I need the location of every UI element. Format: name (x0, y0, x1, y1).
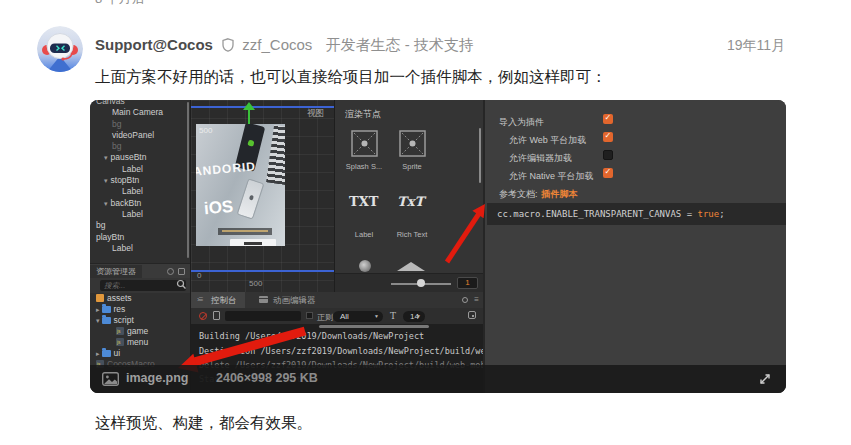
log-level-dropdown[interactable]: All (333, 311, 383, 322)
tree-node[interactable]: bg (90, 220, 190, 231)
code-snippet[interactable]: cc.macro.ENABLE_TRANSPARENT_CANVAS = tru… (487, 203, 786, 225)
refresh-icon[interactable] (462, 297, 468, 303)
refresh-icon[interactable] (167, 268, 174, 275)
console-toolbar: 正则 All T 14 (191, 308, 484, 324)
terrain-card-partial[interactable] (397, 262, 425, 271)
terminal-icon (197, 296, 207, 304)
tree-node[interactable]: Label (90, 209, 190, 220)
inspector-row-label: 允许编辑器加载 (509, 152, 572, 165)
scene-photo: 500 ANDORID iOS (196, 124, 285, 246)
canvas-border-bottom (191, 270, 335, 272)
author-name[interactable]: Support@Cocos (95, 36, 213, 53)
image-icon (102, 372, 119, 388)
avatar[interactable] (37, 26, 83, 72)
zoom-value[interactable]: 1 (457, 277, 478, 289)
scrollbar[interactable] (479, 128, 482, 183)
tab-console[interactable]: 控制台 (191, 292, 245, 308)
expand-icon[interactable] (758, 372, 772, 388)
photo-iphone (237, 178, 265, 219)
image-caption-bar: image.png 2406×998 295 KB (90, 365, 786, 393)
sprite-card[interactable] (399, 130, 426, 157)
clapperboard-icon (259, 296, 268, 303)
collapse-icon[interactable] (468, 311, 476, 319)
import-as-plugin-checkbox[interactable] (603, 114, 613, 124)
font-size-icon: T (390, 311, 396, 321)
cocos-robot-avatar (37, 26, 83, 72)
inspector-row-label: 允许 Native 平台加载 (509, 170, 594, 183)
assets-search-row: 搜索... (90, 278, 190, 293)
console-tabbar: 控制台 动画编辑器 (191, 292, 484, 308)
plugin-doc-link[interactable]: 插件脚本 (542, 189, 578, 199)
post-header: Support@Cocos zzf_Cocos 开发者生态 - 技术支持 (95, 36, 715, 55)
tree-node[interactable]: Main Camera (90, 107, 190, 118)
asset-item[interactable]: ▸res (90, 304, 190, 315)
allow-editor-checkbox[interactable] (603, 150, 613, 160)
photo-android-text: ANDORID (196, 159, 256, 178)
zoom-slider-knob[interactable] (417, 279, 425, 287)
allow-web-checkbox[interactable] (603, 132, 613, 142)
menu-icon[interactable] (178, 268, 185, 275)
ruler-mid-label: 500 (249, 279, 262, 288)
tree-node[interactable]: Label (90, 243, 190, 254)
scene-tab-label[interactable]: 视图 (307, 108, 324, 120)
asset-item[interactable]: menu (90, 337, 190, 348)
tree-node[interactable]: bg (90, 141, 190, 152)
font-size-dropdown[interactable]: 14 (403, 311, 425, 322)
splash-sprite-card[interactable] (351, 130, 378, 157)
card-label: Label (337, 230, 391, 239)
scrollbar[interactable] (319, 325, 429, 328)
asset-item[interactable]: game (90, 326, 190, 337)
tree-node[interactable]: Label (90, 164, 190, 175)
richtext-node-glyph[interactable]: TxT (397, 194, 424, 209)
image-filename[interactable]: image.png (126, 371, 189, 385)
post-body-line2: 这样预览、构建，都会有效果。 (95, 413, 312, 434)
asset-item[interactable]: assets (90, 293, 190, 304)
search-input[interactable]: 搜索... (100, 280, 186, 291)
tree-node[interactable]: backBtn (90, 198, 190, 209)
photo-button-bar (230, 239, 276, 246)
package-icon (96, 294, 104, 302)
asset-item[interactable]: ▾script (90, 315, 190, 326)
console-filter-input[interactable] (225, 311, 301, 321)
regex-label: 正则 (317, 312, 333, 323)
tree-node[interactable]: Canvas (90, 100, 190, 107)
folder-icon (102, 306, 111, 313)
ruler-origin-label: 0 (197, 271, 201, 280)
tree-node[interactable]: Label (90, 186, 190, 197)
post-timestamp: 19年11月 (727, 37, 785, 55)
menu-icon[interactable] (474, 297, 479, 303)
expanded-arrow-icon[interactable]: ▾ (96, 317, 100, 324)
card-label: Sprite (385, 162, 439, 171)
photo-laptop (266, 125, 285, 185)
ruler-label: 500 (199, 126, 212, 135)
tab-assets[interactable]: 资源管理器 (90, 265, 142, 279)
card-label: Splash S... (337, 162, 391, 171)
collapsed-arrow-icon[interactable]: ▸ (96, 306, 100, 313)
allow-native-checkbox[interactable] (603, 168, 613, 178)
regex-checkbox[interactable] (306, 312, 313, 319)
asset-item[interactable]: ▸ui (90, 348, 190, 359)
screenshot-image[interactable]: Canvas Main Camera bg videoPanel bg paus… (90, 100, 786, 393)
tree-node[interactable]: videoPanel (90, 130, 190, 141)
tree-node[interactable]: bg (90, 119, 190, 130)
panel-title: 渲染节点 (345, 108, 381, 121)
collapsed-arrow-icon[interactable]: ▸ (96, 350, 100, 357)
js-file-icon (116, 338, 124, 346)
inspector-row-label: 导入为插件 (499, 116, 544, 129)
log-file-icon[interactable] (213, 311, 220, 320)
author-username[interactable]: zzf_Cocos (242, 36, 312, 53)
tree-node[interactable]: playBtn (90, 232, 190, 243)
js-file-icon (116, 327, 124, 335)
search-icon[interactable] (176, 279, 187, 292)
scrollbar[interactable] (187, 102, 189, 258)
plugin-inspector-panel: 导入为插件 允许 Web 平台加载 允许编辑器加载 允许 Native 平台加载… (483, 100, 786, 393)
particle-card-partial[interactable] (359, 260, 371, 272)
assets-tabbar: 资源管理器 (90, 263, 190, 278)
image-meta: 2406×998 295 KB (216, 371, 318, 385)
tree-node[interactable]: pauseBtn (90, 152, 190, 163)
clear-console-icon[interactable] (199, 312, 207, 320)
tab-animation-editor[interactable]: 动画编辑器 (253, 292, 324, 308)
tree-node[interactable]: stopBtn (90, 175, 190, 186)
label-node-glyph[interactable]: TXT (349, 194, 378, 209)
scene-view[interactable]: 视图 500 ANDORID iOS 0 500 (190, 100, 334, 292)
